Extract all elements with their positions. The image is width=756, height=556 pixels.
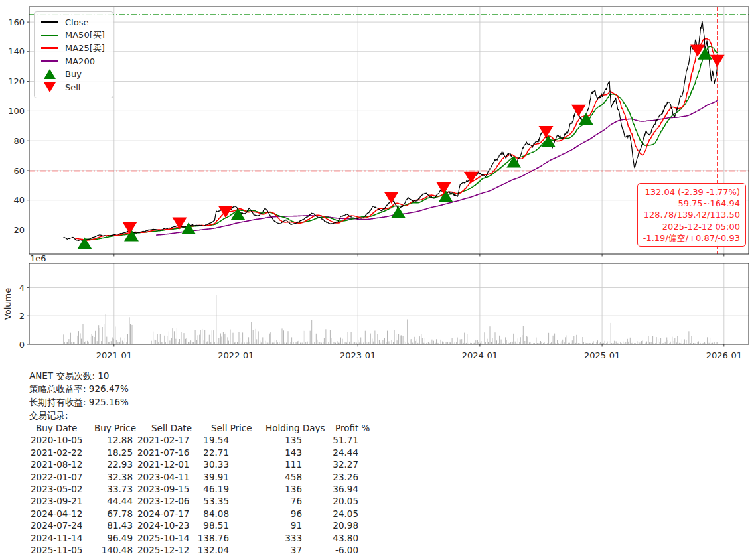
- svg-text:140: 140: [8, 46, 25, 56]
- table-cell: 132.04: [167, 545, 229, 555]
- svg-text:2023-01: 2023-01: [340, 350, 376, 360]
- svg-text:100: 100: [8, 106, 25, 116]
- table-cell: 96.49: [76, 533, 133, 543]
- svg-text:20: 20: [13, 225, 25, 235]
- volume-ylabel: Volume: [3, 288, 13, 320]
- table-cell: 19.54: [167, 435, 229, 445]
- table-cell: 2023-09-21: [31, 496, 82, 506]
- legend-item: Sell: [40, 81, 105, 94]
- annotation-line: -1.19/偏空/+0.87/-0.93: [643, 232, 740, 243]
- table-cell: 2020-10-05: [31, 435, 82, 445]
- close-line-swatch: [40, 21, 58, 23]
- table-cell: 84.08: [167, 508, 229, 519]
- legend-item: Close: [40, 16, 105, 29]
- gridlines: [29, 7, 749, 344]
- legend-label: MA50[买]: [65, 29, 105, 41]
- table-row: 2021-02-2218.252021-07-1622.7114324.44: [0, 447, 756, 459]
- table-cell: 135: [244, 435, 302, 445]
- svg-text:4: 4: [19, 283, 25, 293]
- table-row: 2025-11-05140.482025-12-12132.0437-6.00: [0, 545, 756, 556]
- table-cell: 136: [244, 484, 302, 494]
- table-cell: 91: [244, 520, 302, 531]
- svg-text:40: 40: [13, 195, 25, 205]
- table-cell: 53.35: [167, 496, 229, 506]
- table-cell: 32.38: [76, 472, 133, 482]
- table-cell: 22.71: [167, 447, 229, 458]
- table-row: 2021-08-1222.932021-12-0130.3311132.27: [0, 459, 756, 471]
- buy-triangle-icon: [40, 69, 58, 79]
- table-cell: 2022-01-07: [31, 472, 82, 482]
- table-cell: 2025-11-05: [31, 545, 82, 555]
- table-cell: 96: [244, 508, 302, 519]
- sell-triangle-icon: [40, 82, 58, 92]
- table-cell: 2024-07-24: [31, 520, 82, 531]
- legend-item: MA200: [40, 55, 105, 68]
- svg-text:2021-01: 2021-01: [96, 350, 132, 360]
- svg-text:2: 2: [19, 311, 25, 321]
- table-cell: 143: [244, 447, 302, 458]
- table-cell: 44.44: [76, 496, 133, 506]
- table-cell: 2021-02-22: [31, 447, 82, 458]
- legend-label: MA200: [65, 56, 95, 66]
- svg-text:2022-01: 2022-01: [218, 350, 254, 360]
- table-cell: 138.76: [167, 533, 229, 543]
- svg-text:0: 0: [19, 340, 25, 350]
- svg-text:2025-01: 2025-01: [584, 350, 620, 360]
- table-cell: 2024-11-14: [31, 533, 82, 543]
- volume-bars: [64, 295, 717, 344]
- table-cell: 37: [244, 545, 302, 555]
- table-cell: 20.98: [304, 520, 358, 531]
- table-cell: 51.71: [304, 435, 358, 445]
- table-row: 2024-11-1496.492025-10-14138.7633343.80: [0, 533, 756, 545]
- legend-label: MA25[卖]: [65, 42, 105, 54]
- strategy-summary-block: ANET 交易次数: 10 策略总收益率: 926.47% 长期持有收益: 92…: [0, 369, 756, 556]
- table-cell: 76: [244, 496, 302, 506]
- table-cell: 333: [244, 533, 302, 543]
- table-cell: 30.33: [167, 459, 229, 470]
- annotation-line: 128.78/139.42/113.50: [643, 209, 740, 220]
- sell-markers: [123, 45, 725, 234]
- table-cell: 24.44: [304, 447, 358, 458]
- ma50-line-swatch: [40, 35, 58, 36]
- summary-trade-count: ANET 交易次数: 10: [0, 369, 756, 382]
- legend-item: Buy: [40, 68, 105, 81]
- trades-header-cell: Holding Days: [265, 423, 325, 433]
- table-cell: 98.51: [167, 520, 229, 531]
- table-row: 2023-09-2144.442023-12-0653.357620.05: [0, 496, 756, 508]
- table-cell: 36.94: [304, 484, 358, 494]
- table-row: 2024-04-1267.782024-07-1784.089624.05: [0, 508, 756, 520]
- stock-strategy-figure: 204060801001201401600242021-012022-01202…: [0, 0, 756, 556]
- ma25-line-swatch: [40, 47, 58, 49]
- table-cell: 18.25: [76, 447, 133, 458]
- table-cell: 2024-04-12: [31, 508, 82, 519]
- axis-ticks: [27, 22, 724, 346]
- table-cell: 458: [244, 472, 302, 482]
- legend-label: Close: [65, 17, 88, 27]
- annotation-line: 59.75~164.94: [643, 198, 740, 209]
- legend-label: Sell: [65, 82, 80, 92]
- svg-text:2026-01: 2026-01: [706, 350, 742, 360]
- table-cell: 12.88: [76, 435, 133, 445]
- price-annotation-box: 132.04 (-2.39 -1.77%) 59.75~164.94 128.7…: [637, 183, 746, 247]
- table-cell: 23.26: [304, 472, 358, 482]
- table-cell: 39.91: [167, 472, 229, 482]
- chart-legend: Close MA50[买] MA25[卖] MA200 Buy Sell: [34, 11, 113, 98]
- svg-text:60: 60: [13, 166, 25, 176]
- ma25-line: [74, 39, 718, 240]
- table-cell: 20.05: [304, 496, 358, 506]
- trades-header-cell: Profit %: [335, 423, 370, 433]
- legend-item: MA50[买]: [40, 29, 105, 42]
- ma50-line: [86, 46, 718, 240]
- table-cell: 33.73: [76, 484, 133, 494]
- table-cell: 24.05: [304, 508, 358, 519]
- buy-markers: [78, 48, 713, 249]
- annotation-line: 2025-12-12 05:00: [643, 221, 740, 232]
- volume-axes-frame: [29, 263, 749, 344]
- axis-labels: 204060801001201401600242021-012022-01202…: [3, 17, 742, 360]
- legend-label: Buy: [65, 69, 82, 79]
- summary-trades-title: 交易记录:: [0, 409, 756, 422]
- trades-header-cell: Sell Date: [151, 423, 192, 433]
- table-cell: -6.00: [304, 545, 358, 555]
- table-row: 2024-07-2481.432024-10-2398.519120.98: [0, 520, 756, 532]
- table-cell: 2023-05-02: [31, 484, 82, 494]
